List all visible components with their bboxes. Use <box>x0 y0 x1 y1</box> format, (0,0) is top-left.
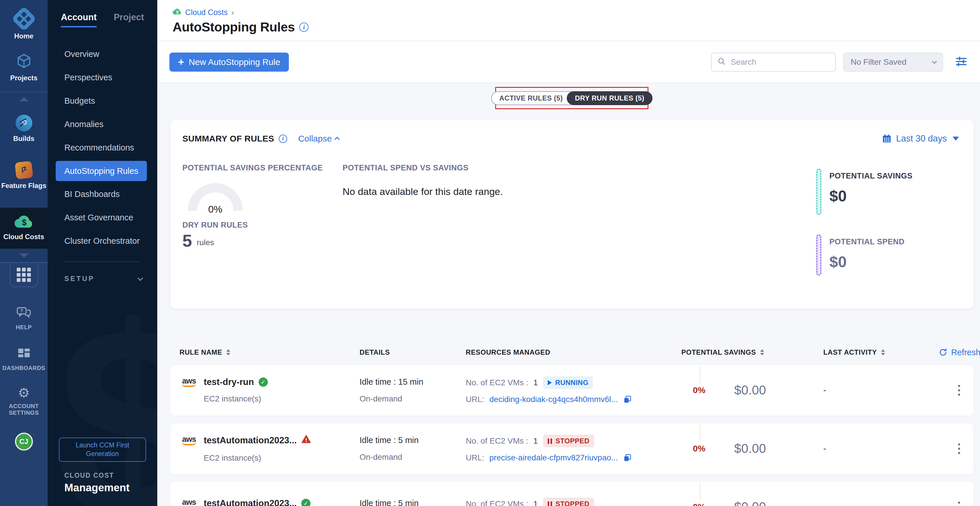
projects-cube-icon <box>15 52 33 71</box>
sidebar-item-autostopping-rules[interactable]: AutoStopping Rules <box>56 161 147 181</box>
copy-url-button[interactable] <box>623 395 632 404</box>
sort-icon[interactable] <box>760 349 764 356</box>
svg-text:?: ? <box>20 308 23 314</box>
rail-divider <box>0 92 48 93</box>
rule-name[interactable]: test-dry-run <box>204 377 254 387</box>
copy-icon <box>623 395 632 404</box>
svg-text:$: $ <box>22 217 27 227</box>
title-info-icon[interactable]: i <box>299 22 309 32</box>
table-row[interactable]: aws test-dry-run ✓ EC2 instance(s) Idle … <box>170 365 974 416</box>
breadcrumb: $ Cloud Costs › <box>173 8 980 18</box>
sidebar-item-perspectives[interactable]: Perspectives <box>48 66 157 89</box>
search-input[interactable] <box>731 57 829 67</box>
toolbar: + New AutoStopping Rule No Filter Saved <box>157 41 980 83</box>
rail-item-feature-flags[interactable]: Feature Flags <box>0 162 48 190</box>
spend-bar-icon <box>816 235 821 276</box>
copy-url-button[interactable] <box>623 453 632 462</box>
dry-run-count-value: 5 <box>182 232 192 249</box>
copy-icon <box>623 453 632 462</box>
new-autostopping-rule-button[interactable]: + New AutoStopping Rule <box>169 53 289 72</box>
status-badge-stopped: STOPPED <box>543 435 594 447</box>
sidebar-menu: Overview Perspectives Budgets Anomalies … <box>48 43 157 253</box>
idle-time: Idle time : 15 min <box>360 377 466 387</box>
new-rule-label: New AutoStopping Rule <box>189 57 280 67</box>
scroll-down-arrow-icon[interactable] <box>19 253 29 258</box>
rule-resource-type: EC2 instance(s) <box>204 453 360 463</box>
date-range-dropdown[interactable]: Last 30 days <box>881 133 959 144</box>
idle-time: Idle time : 5 min <box>360 436 466 445</box>
table-row[interactable]: aws testAutomation2023... EC2 instance <box>170 423 974 474</box>
caret-down-icon <box>953 137 959 140</box>
savings-percentage-label: POTENTIAL SAVINGS PERCENTAGE <box>182 163 323 172</box>
sidebar-item-budgets[interactable]: Budgets <box>48 89 157 113</box>
collapse-link[interactable]: Collapse <box>298 134 340 144</box>
rule-name[interactable]: testAutomation2023... <box>204 498 297 506</box>
sidebar-item-recommendations[interactable]: Recommendations <box>48 136 157 160</box>
sort-icon[interactable] <box>226 349 230 356</box>
potential-savings-value: $0 <box>829 187 913 205</box>
column-details: DETAILS <box>360 348 466 356</box>
scroll-up-arrow-icon[interactable] <box>19 97 29 101</box>
table-row[interactable]: aws testAutomation2023... ✓ Idle time : … <box>170 482 974 506</box>
search-icon <box>718 57 726 67</box>
rail-item-label: Home <box>14 32 33 40</box>
rail-item-label: DASHBOARDS <box>2 365 45 371</box>
fulfilment: On-demand <box>360 394 466 404</box>
breadcrumb-separator: › <box>231 8 234 18</box>
date-range-value: Last 30 days <box>896 133 947 144</box>
vms-count: 1 <box>533 378 538 387</box>
page-title: AutoStopping Rules <box>173 20 294 35</box>
summary-info-icon[interactable]: i <box>279 134 287 143</box>
rail-item-builds[interactable]: Builds <box>0 115 48 143</box>
rail-item-label: Feature Flags <box>1 182 46 190</box>
potential-savings-label: POTENTIAL SAVINGS <box>829 172 913 180</box>
breadcrumb-link[interactable]: Cloud Costs <box>185 8 228 17</box>
rail-item-cloud-costs-selected[interactable]: $ Cloud Costs <box>0 208 48 249</box>
sidebar-item-cluster-orchestrator[interactable]: Cluster Orchestrator <box>48 229 157 253</box>
home-icon <box>11 6 37 32</box>
saved-filter-value: No Filter Saved <box>851 57 907 67</box>
rail-item-label: Builds <box>13 135 34 143</box>
tab-dry-run-rules[interactable]: DRY RUN RULES (5) <box>567 91 652 105</box>
rail-item-projects[interactable]: Projects <box>0 52 48 82</box>
row-menu-button[interactable] <box>958 443 960 454</box>
sidebar-item-bi-dashboards[interactable]: BI Dashboards <box>48 182 157 206</box>
aws-logo-icon: aws <box>180 436 199 445</box>
tab-active-rules[interactable]: ACTIVE RULES (5) <box>491 91 578 105</box>
sort-icon[interactable] <box>881 349 885 356</box>
sliders-icon <box>955 55 968 68</box>
rail-item-label: Projects <box>10 74 38 82</box>
tab-project[interactable]: Project <box>114 12 144 22</box>
launch-ccm-first-gen-button[interactable]: Launch CCM First Generation <box>59 437 146 462</box>
rail-item-account-settings[interactable]: ⚙ ACCOUNT SETTINGS <box>6 386 41 416</box>
module-picker-button[interactable] <box>10 263 38 287</box>
success-check-icon: ✓ <box>301 499 310 506</box>
rail-item-label: Cloud Costs <box>3 233 44 241</box>
filter-panel-button[interactable] <box>955 55 968 69</box>
rail-item-dashboards[interactable]: DASHBOARDS <box>2 348 45 371</box>
sidebar-item-overview[interactable]: Overview <box>48 43 157 66</box>
rule-name[interactable]: testAutomation2023... <box>204 435 297 445</box>
sidebar-item-anomalies[interactable]: Anomalies <box>48 113 157 136</box>
saved-filter-dropdown[interactable]: No Filter Saved <box>843 53 943 72</box>
rail-item-home[interactable]: Home <box>0 9 48 40</box>
setup-section-toggle[interactable]: SETUP <box>48 275 157 283</box>
setup-label: SETUP <box>64 275 95 283</box>
cloud-costs-icon: $ <box>14 215 34 230</box>
tab-account[interactable]: Account <box>61 12 97 27</box>
row-menu-button[interactable] <box>958 502 960 506</box>
rule-url-link[interactable]: precise-airedale-cfpmv827riuvpao... <box>489 453 618 462</box>
dashboards-icon <box>17 348 31 361</box>
idle-time: Idle time : 5 min <box>360 498 466 506</box>
summary-of-rules-card: SUMMARY OF RULES i Collapse <box>170 120 974 308</box>
rail-item-help[interactable]: ? HELP <box>16 306 32 330</box>
main-content: $ Cloud Costs › AutoStopping Rules i + N… <box>157 0 980 506</box>
row-menu-button[interactable] <box>958 385 960 396</box>
savings-amount: $0.00 <box>734 441 766 456</box>
search-box <box>711 53 836 72</box>
refresh-button[interactable]: Refresh <box>939 348 980 357</box>
user-avatar[interactable]: CJ <box>15 433 33 450</box>
rule-url-link[interactable]: deciding-kodiak-cg4qcs4h0mmv6l... <box>489 395 618 404</box>
sidebar-item-asset-governance[interactable]: Asset Governance <box>48 206 157 229</box>
app-window: Home Projects Builds <box>0 0 980 506</box>
